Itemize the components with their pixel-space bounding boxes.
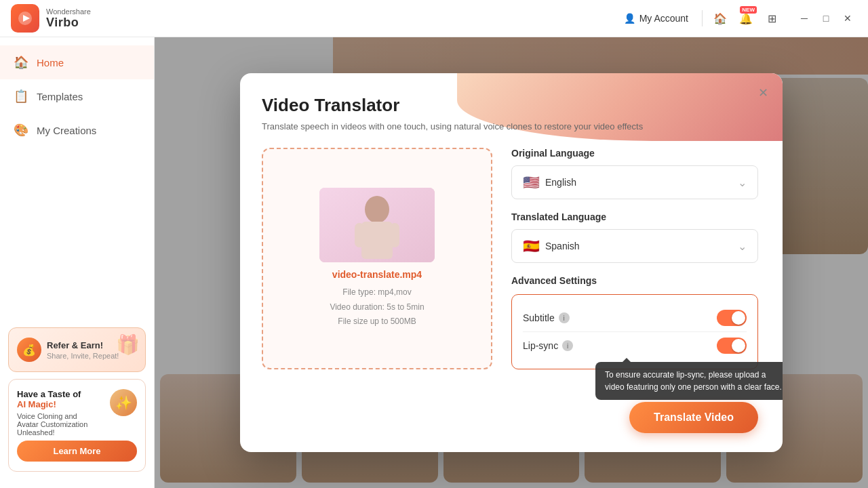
svg-point-3 bbox=[365, 196, 389, 223]
lipsync-tooltip: To ensure accurate lip-sync, please uplo… bbox=[595, 362, 783, 400]
lipsync-toggle[interactable] bbox=[717, 338, 747, 354]
subtitle-info-icon[interactable]: i bbox=[559, 312, 570, 323]
learn-more-button[interactable]: Learn More bbox=[17, 441, 137, 462]
translated-language-value: 🇪🇸 Spanish bbox=[523, 238, 580, 254]
upload-area[interactable]: video-translate.mp4 File type: mp4,mov V… bbox=[262, 148, 492, 369]
promo-ai-body: Voice Cloning and Avatar Customization U… bbox=[17, 412, 104, 436]
promo-ai-icon: ✨ bbox=[110, 389, 137, 416]
sidebar-item-templates[interactable]: 📋 Templates bbox=[0, 79, 154, 113]
translated-language-dropdown[interactable]: 🇪🇸 Spanish ⌄ bbox=[511, 229, 758, 263]
modal-footer: Translate Video bbox=[240, 391, 783, 452]
main-content: 🏠 Home 📋 Templates 🎨 My Creations 🎁 💰 bbox=[0, 37, 868, 488]
original-language-value: 🇺🇸 English bbox=[523, 174, 576, 190]
user-icon: 👤 bbox=[624, 13, 635, 24]
promo-section: 🎁 💰 Refer & Earn! Share, Invite, Repeat! bbox=[0, 319, 154, 480]
lipsync-info-icon[interactable]: i bbox=[562, 340, 573, 351]
modal-title: Video Translator bbox=[262, 95, 758, 116]
promo-refer-icon: 🎁 bbox=[116, 333, 140, 356]
svg-rect-5 bbox=[355, 223, 364, 247]
translated-language-text: Spanish bbox=[545, 241, 580, 251]
my-account-button[interactable]: 👤 My Account bbox=[618, 10, 694, 26]
modal-close-button[interactable]: ✕ bbox=[753, 83, 773, 103]
size-info: File size up to 500MB bbox=[330, 314, 424, 329]
file-type-info: File type: mp4,mov bbox=[330, 285, 424, 300]
home-icon-btn[interactable]: 🏠 bbox=[711, 9, 730, 28]
promo-ai-highlight: AI Magic! bbox=[17, 399, 56, 409]
promo-ai-title: Have a Taste of AI Magic! bbox=[17, 389, 104, 409]
title-bar-right: 👤 My Account 🏠 🔔 NEW ⊞ ─ □ ✕ bbox=[618, 9, 857, 28]
translate-video-button[interactable]: Translate Video bbox=[629, 402, 758, 433]
modal-subtitle: Translate speech in videos with one touc… bbox=[262, 121, 758, 131]
grid-icon-btn[interactable]: ⊞ bbox=[762, 9, 781, 28]
svg-rect-6 bbox=[390, 223, 399, 247]
divider bbox=[702, 10, 703, 26]
subtitle-row: Subtitle i bbox=[523, 304, 747, 331]
chevron-down-icon: ⌄ bbox=[738, 176, 747, 189]
translated-language-label: Translated Language bbox=[511, 211, 758, 222]
settings-panel: Original Language 🇺🇸 English ⌄ Tra bbox=[511, 148, 758, 369]
sidebar-label-my-creations: My Creations bbox=[37, 125, 96, 136]
title-bar: Wondershare Virbo 👤 My Account 🏠 🔔 NEW ⊞… bbox=[0, 0, 868, 37]
home-icon: 🏠 bbox=[14, 55, 28, 70]
original-language-text: English bbox=[545, 177, 576, 188]
app-window: Wondershare Virbo 👤 My Account 🏠 🔔 NEW ⊞… bbox=[0, 0, 868, 488]
video-translator-modal: ✕ Video Translator Translate speech in v… bbox=[240, 73, 783, 452]
sidebar-item-home[interactable]: 🏠 Home bbox=[0, 45, 154, 79]
logo-area: Wondershare Virbo bbox=[11, 4, 91, 33]
content-area: ✕ Video Translator Translate speech in v… bbox=[155, 37, 868, 488]
settings-box: Subtitle i Lip-sync bbox=[511, 294, 758, 369]
promo-refer-card: 🎁 💰 Refer & Earn! Share, Invite, Repeat! bbox=[8, 327, 146, 372]
sidebar-label-templates: Templates bbox=[37, 91, 83, 102]
title-bar-icons: 🏠 🔔 NEW ⊞ bbox=[711, 9, 781, 28]
video-file-name: video-translate.mp4 bbox=[332, 269, 422, 280]
video-thumbnail bbox=[319, 188, 435, 262]
promo-refer-avatar: 💰 bbox=[17, 338, 41, 362]
maximize-button[interactable]: □ bbox=[816, 9, 835, 28]
promo-refer-subtitle: Share, Invite, Repeat! bbox=[47, 352, 119, 360]
my-creations-icon: 🎨 bbox=[14, 123, 28, 138]
logo-text: Wondershare Virbo bbox=[46, 7, 91, 30]
window-controls: ─ □ ✕ bbox=[795, 9, 857, 28]
lipsync-text: Lip-sync bbox=[523, 340, 558, 351]
promo-refer-title: Refer & Earn! bbox=[47, 340, 119, 350]
sidebar-item-my-creations[interactable]: 🎨 My Creations bbox=[0, 113, 154, 147]
refresh-icon-btn[interactable]: 🔔 NEW bbox=[736, 9, 755, 28]
new-badge: NEW bbox=[740, 6, 757, 14]
brand-bottom: Virbo bbox=[46, 16, 91, 30]
my-account-label: My Account bbox=[639, 13, 688, 24]
sidebar-label-home: Home bbox=[37, 57, 64, 68]
translated-flag: 🇪🇸 bbox=[523, 238, 540, 254]
modal-body: Video Translator Translate speech in vid… bbox=[240, 73, 783, 391]
modal-columns: video-translate.mp4 File type: mp4,mov V… bbox=[262, 148, 758, 369]
modal-overlay: ✕ Video Translator Translate speech in v… bbox=[155, 37, 868, 488]
templates-icon: 📋 bbox=[14, 89, 28, 104]
advanced-settings-label: Advanced Settings bbox=[511, 275, 758, 286]
original-language-label: Original Language bbox=[511, 148, 758, 159]
subtitle-text: Subtitle bbox=[523, 312, 555, 323]
subtitle-label-area: Subtitle i bbox=[523, 312, 570, 323]
lipsync-row: Lip-sync i To ensure accurate lip-sync, … bbox=[523, 331, 747, 359]
promo-ai-card: Have a Taste of AI Magic! Voice Cloning … bbox=[8, 379, 146, 472]
original-language-dropdown[interactable]: 🇺🇸 English ⌄ bbox=[511, 165, 758, 199]
app-logo-icon bbox=[11, 4, 39, 33]
sidebar: 🏠 Home 📋 Templates 🎨 My Creations 🎁 💰 bbox=[0, 37, 155, 488]
close-button[interactable]: ✕ bbox=[838, 9, 857, 28]
lipsync-label-area: Lip-sync i bbox=[523, 340, 573, 351]
original-flag: 🇺🇸 bbox=[523, 174, 540, 190]
duration-info: Video duration: 5s to 5min bbox=[330, 300, 424, 315]
svg-rect-4 bbox=[361, 222, 393, 259]
subtitle-toggle[interactable] bbox=[717, 310, 747, 326]
minimize-button[interactable]: ─ bbox=[795, 9, 814, 28]
chevron-down-icon-2: ⌄ bbox=[738, 240, 747, 253]
brand-top: Wondershare bbox=[46, 7, 91, 16]
upload-info: File type: mp4,mov Video duration: 5s to… bbox=[330, 285, 424, 329]
